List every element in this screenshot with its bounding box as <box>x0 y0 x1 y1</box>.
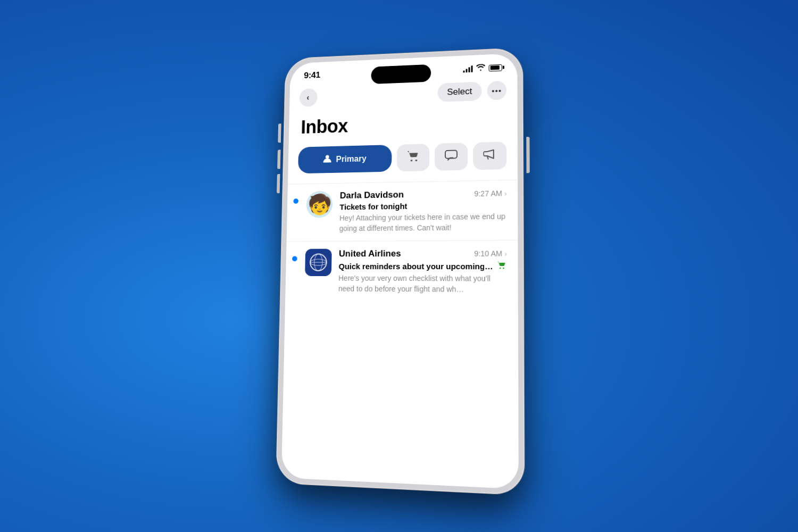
unread-indicator-united <box>292 256 297 262</box>
email-chevron-darla: › <box>504 189 506 197</box>
svg-point-0 <box>326 155 329 159</box>
svg-point-11 <box>503 268 504 269</box>
svg-point-2 <box>415 160 418 162</box>
email-sender-darla: Darla Davidson <box>340 189 404 201</box>
shopping-tag-icon <box>496 261 506 271</box>
tab-primary[interactable]: Primary <box>298 145 392 173</box>
back-chevron-icon: ‹ <box>306 93 309 102</box>
email-preview-darla: Hey! Attaching your tickets here in case… <box>339 211 507 234</box>
person-icon <box>323 154 332 165</box>
svg-rect-3 <box>445 151 457 159</box>
nav-right-buttons: Select ••• <box>437 81 506 102</box>
email-item-darla[interactable]: 🧒 Darla Davidson 9:27 AM › Tickets for t… <box>287 180 518 242</box>
page-title: Inbox <box>301 110 504 138</box>
cart-icon <box>406 149 420 165</box>
signal-bars-icon <box>463 65 473 72</box>
email-subject-darla: Tickets for tonight <box>339 200 506 211</box>
more-button[interactable]: ••• <box>487 81 507 101</box>
email-time-row-united: 9:10 AM › <box>474 250 506 258</box>
phone-wrapper: 9:41 <box>276 48 525 495</box>
status-time: 9:41 <box>304 70 320 81</box>
dynamic-island <box>371 64 431 84</box>
battery-fill <box>490 65 499 70</box>
inbox-title: Inbox <box>288 105 517 147</box>
chat-icon <box>444 149 458 165</box>
email-time-united: 9:10 AM <box>474 250 502 258</box>
tab-promotions[interactable] <box>473 142 506 170</box>
email-list: 🧒 Darla Davidson 9:27 AM › Tickets for t… <box>281 180 519 489</box>
email-content-darla: Darla Davidson 9:27 AM › Tickets for ton… <box>339 188 507 234</box>
status-icons <box>463 63 502 73</box>
unread-indicator <box>293 198 298 204</box>
avatar-united <box>305 249 332 276</box>
email-time-row-darla: 9:27 AM › <box>474 189 506 198</box>
wifi-icon <box>477 64 485 72</box>
svg-point-1 <box>411 160 413 162</box>
signal-bar-1 <box>463 70 465 72</box>
svg-point-10 <box>500 268 501 269</box>
battery-icon <box>489 64 502 71</box>
email-item-united[interactable]: United Airlines 9:10 AM › Quick reminder… <box>285 240 518 303</box>
category-tabs: Primary <box>288 142 518 184</box>
back-button[interactable]: ‹ <box>300 88 318 107</box>
avatar-darla: 🧒 <box>306 191 332 218</box>
tab-shopping[interactable] <box>397 144 429 171</box>
phone-screen: 9:41 <box>281 53 519 489</box>
select-button[interactable]: Select <box>437 82 481 102</box>
email-sender-united: United Airlines <box>339 248 401 259</box>
signal-bar-2 <box>466 69 468 72</box>
more-dots-icon: ••• <box>492 86 502 95</box>
tab-social[interactable] <box>435 143 468 171</box>
phone-frame: 9:41 <box>276 48 525 495</box>
email-chevron-united: › <box>504 250 507 257</box>
email-time-darla: 9:27 AM <box>474 189 502 198</box>
signal-bar-3 <box>469 67 470 72</box>
megaphone-icon <box>483 148 496 164</box>
united-globe-icon <box>306 250 331 275</box>
email-subject-united: Quick reminders about your upcoming… <box>338 261 506 271</box>
darla-avatar-image: 🧒 <box>307 194 331 214</box>
tab-primary-label: Primary <box>336 154 366 164</box>
email-preview-united: Here's your very own checklist with what… <box>338 273 507 295</box>
signal-bar-4 <box>471 65 473 72</box>
email-header-united: United Airlines 9:10 AM › <box>339 248 507 260</box>
email-header-darla: Darla Davidson 9:27 AM › <box>340 188 507 201</box>
email-content-united: United Airlines 9:10 AM › Quick reminder… <box>338 248 507 295</box>
